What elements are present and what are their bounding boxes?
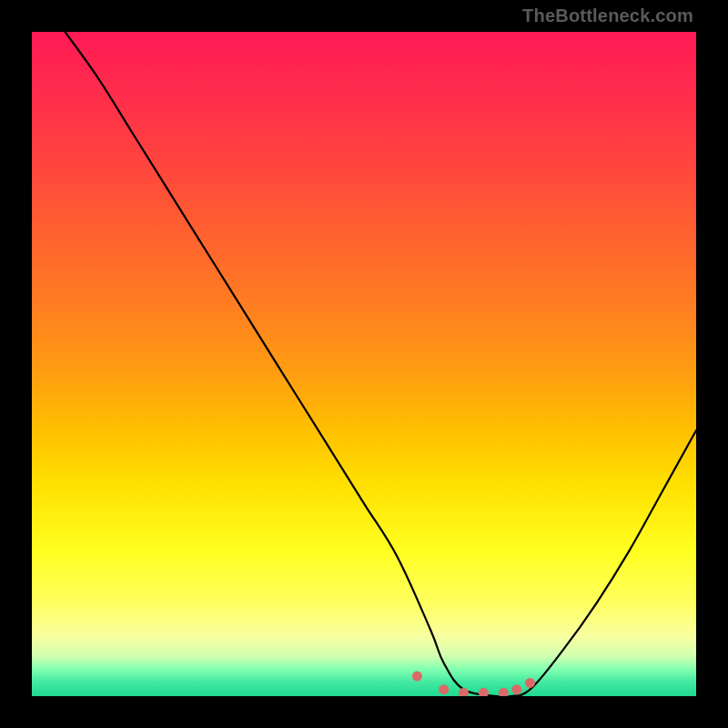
bottleneck-curve (66, 32, 697, 696)
curve-layer (32, 32, 696, 696)
highlight-dot (511, 684, 521, 694)
watermark-label: TheBottleneck.com (522, 5, 693, 26)
plot-area (32, 32, 696, 696)
highlight-dot (499, 688, 509, 696)
chart-frame: TheBottleneck.com (0, 0, 728, 728)
highlight-dot (412, 672, 422, 682)
highlight-dot (479, 688, 489, 696)
highlight-dot (439, 684, 449, 694)
highlight-dot (459, 688, 469, 696)
highlight-dot (525, 678, 535, 688)
